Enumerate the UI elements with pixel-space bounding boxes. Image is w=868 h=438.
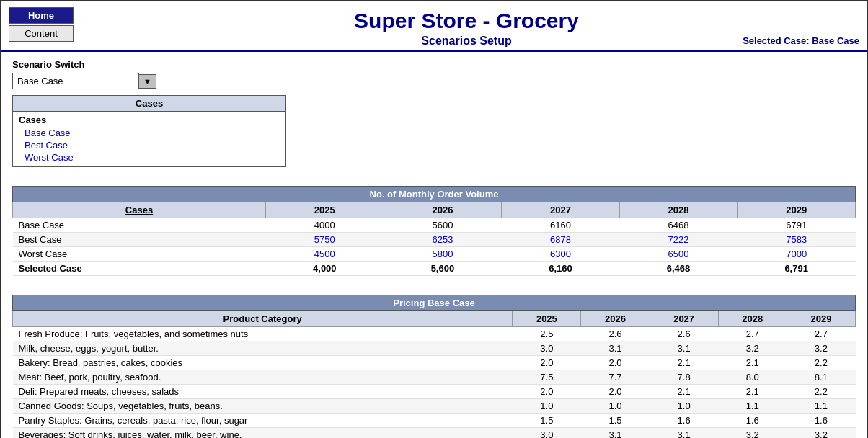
pricing-row-0-val-3: 2.7 xyxy=(718,327,787,341)
order-row-3-val-1: 5,600 xyxy=(384,262,502,276)
order-volume-table: No. of Monthly Order Volume Cases 2025 2… xyxy=(12,186,856,276)
pricing-row-2-val-1: 2.0 xyxy=(581,356,650,370)
case-worst-link[interactable]: Worst Case xyxy=(19,151,280,164)
scenario-switch-label: Scenario Switch xyxy=(12,59,856,70)
pricing-row-4-val-1: 2.0 xyxy=(581,385,650,399)
order-row-0-val-2: 6160 xyxy=(502,218,620,233)
pricing-row-7-val-1: 3.1 xyxy=(581,428,650,439)
pricing-row-label-1: Milk, cheese, eggs, yogurt, butter. xyxy=(13,341,513,356)
pricing-row-4-val-4: 2.2 xyxy=(787,385,855,399)
pricing-row-4-val-2: 2.1 xyxy=(650,385,718,399)
case-base-link[interactable]: Base Case xyxy=(19,127,280,139)
order-row-1-val-3: 7222 xyxy=(619,233,738,247)
pricing-row-label-6: Pantry Staples: Grains, cereals, pasta, … xyxy=(13,414,513,428)
pricing-row-3-val-1: 7.7 xyxy=(581,370,650,385)
pricing-col-header-2028: 2028 xyxy=(718,311,787,327)
order-row-label-0: Base Case xyxy=(13,218,266,233)
order-row-3-val-3: 6,468 xyxy=(619,262,738,276)
home-button[interactable]: Home xyxy=(9,7,74,24)
scenario-dropdown-value[interactable]: Base Case xyxy=(12,73,139,89)
pricing-row-label-4: Deli: Prepared meats, cheeses, salads xyxy=(13,385,513,399)
pricing-row-1-val-4: 3.2 xyxy=(787,341,855,356)
pricing-col-header-2027: 2027 xyxy=(650,311,718,327)
order-row-2-val-0: 4500 xyxy=(266,247,384,262)
pricing-col-header-label: Product Category xyxy=(13,311,513,327)
order-row-0-val-1: 5600 xyxy=(384,218,502,233)
pricing-row-7-val-3: 3.2 xyxy=(718,428,787,439)
pricing-row-0-val-4: 2.7 xyxy=(787,327,855,341)
order-row-1-val-2: 6878 xyxy=(502,233,620,247)
pricing-row-5-val-4: 1.1 xyxy=(787,399,855,414)
order-row-1-val-4: 7583 xyxy=(738,233,856,247)
order-row-label-1: Best Case xyxy=(13,233,266,247)
pricing-table: Pricing Base Case Product Category 2025 … xyxy=(12,295,856,438)
pricing-row-7-val-0: 3.0 xyxy=(513,428,581,439)
pricing-row-6-val-0: 1.5 xyxy=(513,414,581,428)
order-row-2-val-3: 6500 xyxy=(619,247,738,262)
pricing-row-1-val-1: 3.1 xyxy=(581,341,650,356)
order-row-0-val-3: 6468 xyxy=(619,218,738,233)
pricing-row-1-val-3: 3.2 xyxy=(718,341,787,356)
pricing-row-5-val-2: 1.0 xyxy=(650,399,718,414)
order-row-3-val-2: 6,160 xyxy=(502,262,620,276)
pricing-row-1-val-2: 3.1 xyxy=(650,341,718,356)
order-row-0-val-0: 4000 xyxy=(266,218,384,233)
order-row-1-val-1: 6253 xyxy=(384,233,502,247)
pricing-row-label-2: Bakery: Bread, pastries, cakes, cookies xyxy=(13,356,513,370)
order-row-label-2: Worst Case xyxy=(13,247,266,262)
pricing-row-2-val-2: 2.1 xyxy=(650,356,718,370)
cases-subheader: Cases xyxy=(19,115,280,125)
order-col-header-2025: 2025 xyxy=(266,202,384,218)
page-title: Super Store - Grocery xyxy=(74,9,859,33)
pricing-row-6-val-3: 1.6 xyxy=(718,414,787,428)
order-row-2-val-4: 7000 xyxy=(738,247,856,262)
pricing-row-2-val-0: 2.0 xyxy=(513,356,581,370)
order-col-header-2026: 2026 xyxy=(384,202,502,218)
scenario-section: Scenario Switch Base Case ▼ Cases Cases … xyxy=(1,52,867,186)
pricing-row-6-val-4: 1.6 xyxy=(787,414,855,428)
pricing-row-0-val-2: 2.6 xyxy=(650,327,718,341)
order-col-header-label: Cases xyxy=(13,202,266,218)
pricing-row-6-val-1: 1.5 xyxy=(581,414,650,428)
pricing-row-0-val-0: 2.5 xyxy=(513,327,581,341)
pricing-title: Pricing Base Case xyxy=(13,295,856,311)
pricing-row-label-7: Beverages: Soft drinks, juices, water, m… xyxy=(13,428,513,439)
pricing-row-1-val-0: 3.0 xyxy=(513,341,581,356)
page-subtitle: Scenarios Setup xyxy=(74,35,859,48)
order-col-header-2029: 2029 xyxy=(738,202,856,218)
case-best-link[interactable]: Best Case xyxy=(19,139,280,151)
pricing-row-3-val-2: 7.8 xyxy=(650,370,718,385)
cases-panel-header: Cases xyxy=(13,96,285,112)
scenario-dropdown-wrapper: Base Case ▼ xyxy=(12,73,156,89)
header-title: Super Store - Grocery Scenarios Setup xyxy=(74,7,859,48)
pricing-row-5-val-0: 1.0 xyxy=(513,399,581,414)
pricing-row-2-val-3: 2.1 xyxy=(718,356,787,370)
order-row-2-val-1: 5800 xyxy=(384,247,502,262)
pricing-row-2-val-4: 2.2 xyxy=(787,356,855,370)
cases-panel: Cases Cases Base Case Best Case Worst Ca… xyxy=(12,95,286,167)
dropdown-arrow-icon[interactable]: ▼ xyxy=(139,74,156,89)
header: Home Content Super Store - Grocery Scena… xyxy=(1,1,867,52)
pricing-row-5-val-3: 1.1 xyxy=(718,399,787,414)
pricing-row-4-val-3: 2.1 xyxy=(718,385,787,399)
cases-panel-body: Cases Base Case Best Case Worst Case xyxy=(13,112,285,166)
pricing-row-label-3: Meat: Beef, pork, poultry, seafood. xyxy=(13,370,513,385)
nav-buttons: Home Content xyxy=(9,7,74,42)
content-button[interactable]: Content xyxy=(9,25,74,42)
pricing-row-0-val-1: 2.6 xyxy=(581,327,650,341)
order-row-3-val-4: 6,791 xyxy=(738,262,856,276)
pricing-col-header-2025: 2025 xyxy=(513,311,581,327)
pricing-section: Pricing Base Case Product Category 2025 … xyxy=(1,295,867,438)
selected-case-label: Selected Case: Base Case xyxy=(743,35,859,46)
pricing-row-7-val-2: 3.1 xyxy=(650,428,718,439)
pricing-col-header-2026: 2026 xyxy=(581,311,650,327)
pricing-row-4-val-0: 2.0 xyxy=(513,385,581,399)
pricing-row-3-val-4: 8.1 xyxy=(787,370,855,385)
pricing-col-header-2029: 2029 xyxy=(787,311,855,327)
pricing-row-label-5: Canned Goods: Soups, vegetables, fruits,… xyxy=(13,399,513,414)
pricing-row-7-val-4: 3.2 xyxy=(787,428,855,439)
pricing-row-6-val-2: 1.6 xyxy=(650,414,718,428)
pricing-row-5-val-1: 1.0 xyxy=(581,399,650,414)
order-volume-title: No. of Monthly Order Volume xyxy=(13,187,856,202)
pricing-row-3-val-0: 7.5 xyxy=(513,370,581,385)
